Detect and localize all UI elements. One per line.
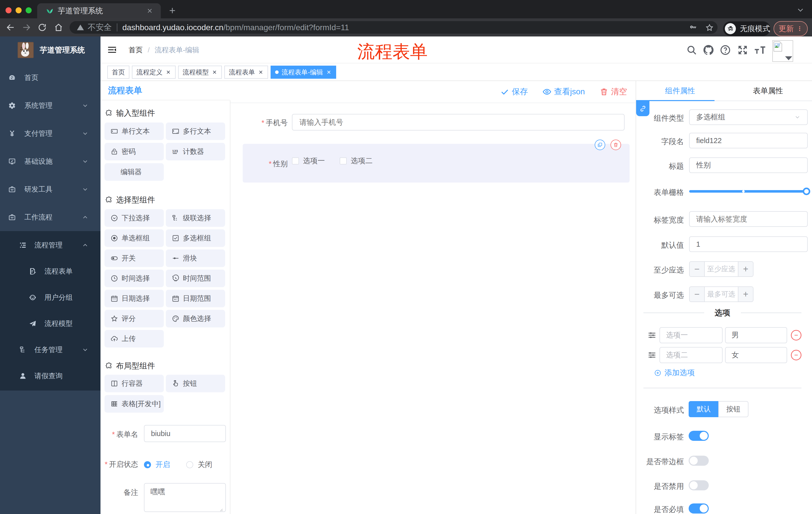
clear-button[interactable]: 清空: [600, 86, 627, 97]
tag-process-definition[interactable]: 流程定义: [132, 65, 176, 79]
palette-item-single-line-text[interactable]: 单行文本: [105, 123, 164, 140]
form-grid-slider[interactable]: [689, 184, 808, 199]
field-name-input[interactable]: [689, 133, 808, 148]
forward-button[interactable]: [22, 23, 31, 32]
github-icon[interactable]: [702, 36, 715, 63]
sidebar-item-process-form[interactable]: 流程表单: [0, 258, 100, 285]
label-width-input[interactable]: [689, 211, 808, 227]
sidebar-item-process-model[interactable]: 流程模型: [0, 310, 100, 337]
palette-item-time-range[interactable]: 时间范围: [166, 270, 225, 287]
palette-item-counter[interactable]: 123 计数器: [166, 143, 225, 160]
password-key-icon[interactable]: [689, 24, 697, 32]
palette-item-date-range[interactable]: 日期范围: [166, 290, 225, 307]
sidebar-fold-icon[interactable]: [108, 46, 116, 54]
tab-form-props[interactable]: 表单属性: [724, 81, 812, 101]
palette-item-radio-group[interactable]: 单选框组: [105, 229, 164, 247]
sidebar-item-home[interactable]: 首页: [0, 64, 100, 91]
palette-item-cascader[interactable]: 级联选择: [166, 209, 225, 227]
tag-process-form[interactable]: 流程表单: [224, 65, 268, 79]
stepper-minus-button[interactable]: −: [690, 287, 705, 301]
palette-item-time-picker[interactable]: 时间选择: [105, 270, 164, 287]
remove-option-button[interactable]: [791, 330, 802, 341]
default-value-input[interactable]: [689, 236, 808, 252]
style-button-button[interactable]: 按钮: [718, 401, 749, 417]
palette-item-editor[interactable]: 编辑器: [105, 163, 164, 181]
tag-close-icon[interactable]: [166, 70, 171, 75]
palette-item-select[interactable]: 下拉选择: [105, 209, 164, 227]
sidebar-item-process-management[interactable]: 流程管理: [0, 232, 100, 258]
sidebar-item-workflow[interactable]: 工作流程: [0, 203, 100, 231]
sidebar-item-infrastructure[interactable]: 基础设施: [0, 147, 100, 175]
view-json-button[interactable]: 查看json: [543, 86, 585, 97]
phone-input[interactable]: [292, 114, 625, 131]
gender-option-1[interactable]: 选项一: [292, 156, 325, 166]
border-switch[interactable]: [689, 456, 709, 466]
sidebar-item-system[interactable]: 系统管理: [0, 91, 100, 119]
component-type-select[interactable]: 多选框组: [689, 109, 808, 125]
minimize-window-button[interactable]: [16, 7, 22, 13]
gender-option-2[interactable]: 选项二: [340, 156, 373, 166]
option-value-input[interactable]: [725, 327, 787, 343]
update-browser-button[interactable]: 更新: [774, 21, 808, 36]
drag-handle-icon[interactable]: [647, 331, 657, 340]
fullscreen-icon[interactable]: [737, 36, 748, 63]
palette-item-switch[interactable]: 开关: [105, 249, 164, 267]
save-button[interactable]: 保存: [500, 86, 528, 97]
zoom-window-button[interactable]: [26, 7, 32, 13]
palette-item-upload[interactable]: 上传: [105, 330, 164, 348]
option-value-input[interactable]: [725, 347, 787, 363]
stepper-placeholder[interactable]: 至少应选: [705, 262, 738, 276]
tag-process-model[interactable]: 流程模型: [178, 65, 222, 79]
back-button[interactable]: [6, 23, 15, 32]
sidebar-logo[interactable]: 芋道管理系统: [0, 36, 100, 64]
tab-search-chevron-icon[interactable]: [796, 5, 805, 15]
sidebar-item-leave-query[interactable]: 请假查询: [0, 363, 100, 389]
browser-tab[interactable]: 芋道管理系统: [37, 3, 161, 18]
palette-item-slider[interactable]: 滑块: [166, 249, 225, 267]
palette-item-row-container[interactable]: 行容器: [105, 375, 164, 392]
stepper-plus-button[interactable]: +: [738, 262, 753, 276]
header-search-icon[interactable]: [686, 36, 697, 63]
reload-button[interactable]: [37, 23, 47, 32]
palette-item-rate[interactable]: 评分: [105, 310, 164, 327]
security-label[interactable]: 不安全: [88, 22, 112, 33]
radio-status-off[interactable]: [186, 461, 193, 468]
help-icon[interactable]: [720, 36, 731, 63]
tag-close-icon[interactable]: [212, 70, 217, 75]
palette-item-multi-line-text[interactable]: 多行文本: [166, 123, 225, 140]
add-option-button[interactable]: 添加选项: [655, 368, 695, 378]
radio-status-on[interactable]: [144, 461, 151, 468]
slider-handle[interactable]: [803, 188, 810, 195]
bookmark-star-icon[interactable]: [705, 23, 714, 32]
option-label-input[interactable]: [660, 347, 723, 363]
avatar-caret-icon[interactable]: [784, 56, 793, 61]
form-remark-textarea[interactable]: 嘿嘿: [144, 483, 226, 512]
tab-component-props[interactable]: 组件属性: [636, 81, 724, 101]
breadcrumb-home[interactable]: 首页: [128, 45, 143, 55]
new-tab-button[interactable]: [168, 6, 177, 15]
style-default-button[interactable]: 默认: [689, 401, 718, 417]
required-switch[interactable]: [689, 504, 709, 514]
form-name-input[interactable]: [144, 425, 226, 442]
url-path[interactable]: /bpm/manager/form/edit?formId=11: [223, 23, 349, 32]
stepper-minus-button[interactable]: −: [690, 262, 705, 276]
palette-item-color-picker[interactable]: 颜色选择: [166, 310, 225, 327]
palette-item-date-picker[interactable]: 日期选择: [105, 290, 164, 307]
browser-menu-icon[interactable]: [797, 26, 803, 32]
tag-close-icon[interactable]: [258, 70, 264, 75]
palette-item-checkbox-group[interactable]: 多选框组: [166, 229, 225, 247]
drag-handle-icon[interactable]: [647, 351, 657, 360]
delete-component-button[interactable]: [610, 140, 621, 150]
sidebar-item-user-group[interactable]: 用户分组: [0, 285, 100, 310]
tab-close-icon[interactable]: [146, 7, 153, 14]
checkbox-icon[interactable]: [340, 157, 347, 164]
palette-item-password[interactable]: 密码: [105, 143, 164, 160]
checkbox-icon[interactable]: [292, 157, 299, 164]
tag-process-form-edit[interactable]: 流程表单-编辑: [270, 65, 336, 79]
sidebar-item-devtools[interactable]: 研发工具: [0, 175, 100, 203]
slider-track[interactable]: [689, 190, 808, 193]
sidebar-item-payment[interactable]: 支付管理: [0, 119, 100, 147]
show-label-switch[interactable]: [689, 431, 709, 441]
disabled-switch[interactable]: [689, 480, 709, 490]
remove-option-button[interactable]: [791, 350, 802, 360]
